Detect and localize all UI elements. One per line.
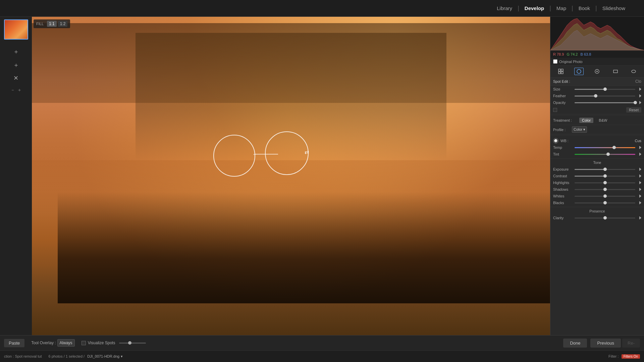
r-value: R 78.9: [553, 52, 564, 56]
size-label: Size: [553, 87, 573, 91]
size-slider[interactable]: [575, 89, 635, 90]
treatment-bw-btn[interactable]: B&W: [596, 118, 610, 123]
tone-section-header: Tone: [550, 159, 644, 166]
minus-icon[interactable]: －: [10, 87, 15, 93]
visualize-spots-slider[interactable]: [119, 343, 146, 344]
wb-value: Cus: [635, 139, 641, 143]
clarity-label: Clarity: [553, 216, 573, 220]
fill-label: FILL: [36, 22, 44, 26]
shadows-slider-row: Shadows: [550, 186, 644, 193]
profile-label: Profile :: [553, 128, 570, 132]
redo-button[interactable]: Re-: [622, 339, 640, 348]
visualize-spots-checkbox[interactable]: [82, 341, 86, 345]
opacity-arrow-icon: [637, 100, 641, 105]
tool-overlay-select[interactable]: Always: [57, 339, 75, 347]
original-photo-checkbox[interactable]: [553, 59, 557, 64]
whites-slider[interactable]: [575, 196, 635, 197]
tint-label: Tint: [553, 152, 573, 156]
opacity-slider-row: Opacity: [550, 99, 644, 106]
svg-marker-18: [639, 194, 641, 198]
rgb-values: R 78.9 G 74.2 B 63.8: [550, 51, 644, 58]
treatment-color-btn[interactable]: Color: [579, 118, 593, 123]
feather-label: Feather: [553, 94, 573, 98]
spot-edit-close[interactable]: Clo: [635, 79, 641, 84]
blacks-label: Blacks: [553, 201, 573, 205]
profile-select[interactable]: Color ▾: [572, 126, 587, 133]
svg-marker-15: [639, 174, 641, 178]
tool-icons-row: [550, 66, 644, 77]
status-filename: DJI_0071-HDR.dng: [87, 354, 119, 358]
nav-slideshow[interactable]: Slideshow: [597, 0, 631, 17]
status-file-arrow: ▾: [121, 354, 123, 359]
filter-badge[interactable]: Filters On: [622, 354, 640, 359]
filter-label: Filter :: [608, 354, 619, 358]
done-button[interactable]: Done: [563, 339, 587, 348]
panel-toggle-checkbox[interactable]: [553, 108, 557, 112]
paste-button[interactable]: Paste: [4, 339, 24, 347]
highlights-slider-row: Highlights: [550, 179, 644, 186]
nav-library[interactable]: Library: [491, 0, 518, 17]
spot-source-circle[interactable]: [213, 135, 255, 177]
size-arrow-icon: [637, 87, 641, 92]
histogram: [550, 17, 644, 50]
contrast-slider[interactable]: [575, 176, 635, 177]
remove-icon[interactable]: ✕: [11, 74, 21, 82]
whites-label: Whites: [553, 194, 573, 198]
filmstrip-thumb-1[interactable]: [4, 19, 28, 40]
status-photos: 6 photos / 1 selected /: [49, 354, 85, 358]
zoom-1-1-button[interactable]: 1:1: [47, 21, 57, 27]
exposure-slider-row: Exposure: [550, 166, 644, 173]
exposure-slider[interactable]: [575, 169, 635, 170]
temp-slider[interactable]: [575, 147, 635, 148]
feather-slider[interactable]: [575, 96, 635, 97]
blacks-slider-row: Blacks: [550, 199, 644, 206]
reset-button[interactable]: Reset: [626, 107, 641, 113]
rect-tool-icon[interactable]: [611, 68, 620, 75]
temp-label: Temp: [553, 145, 573, 149]
visualize-spots-label: Visualize Spots: [88, 341, 115, 345]
tint-slider[interactable]: [575, 154, 635, 155]
svg-marker-13: [639, 153, 641, 156]
photo-background: ← ⇄: [32, 17, 550, 335]
wb-row: WB : Cus: [550, 136, 644, 144]
plus-icon[interactable]: ＋: [17, 87, 22, 93]
svg-marker-16: [639, 181, 641, 184]
wb-label: WB :: [560, 139, 633, 143]
canvas-area[interactable]: ← ⇄: [32, 17, 550, 335]
shadows-slider[interactable]: [575, 189, 635, 190]
zoom-1-2-button[interactable]: 1:2: [58, 21, 68, 27]
oval-tool-icon[interactable]: [629, 68, 638, 75]
opacity-slider[interactable]: [575, 102, 635, 103]
highlights-slider[interactable]: [575, 182, 635, 183]
status-file[interactable]: DJI_0071-HDR.dng ▾: [87, 354, 123, 359]
add-icon-mid[interactable]: ＋: [11, 61, 21, 69]
circle-tool-icon[interactable]: [574, 68, 584, 75]
spot-dest-circle[interactable]: [265, 131, 309, 175]
size-slider-row: Size: [550, 86, 644, 93]
nav-book[interactable]: Book: [573, 0, 595, 17]
whites-arrow-icon: [637, 194, 641, 198]
previous-button[interactable]: Previous: [590, 339, 621, 348]
spot-arrow: ←: [255, 154, 278, 155]
clarity-slider[interactable]: [575, 218, 635, 219]
wb-eyedropper-icon[interactable]: [553, 138, 558, 143]
trees-overlay: [58, 192, 550, 304]
svg-marker-10: [639, 94, 641, 98]
g-value: G 74.2: [567, 52, 578, 56]
original-photo-row[interactable]: Original Photo: [550, 58, 644, 66]
target-tool-icon[interactable]: [592, 68, 602, 75]
svg-point-6: [596, 71, 598, 72]
add-icon-top[interactable]: ＋: [11, 48, 21, 56]
nav-map[interactable]: Map: [551, 0, 572, 17]
reset-row: Reset: [550, 106, 644, 114]
temp-slider-row: Temp: [550, 144, 644, 151]
nav-develop[interactable]: Develop: [519, 0, 549, 17]
blacks-slider[interactable]: [575, 202, 635, 203]
svg-marker-12: [639, 146, 641, 149]
visualize-spots-row: Visualize Spots: [82, 341, 146, 345]
right-panel: R 78.9 G 74.2 B 63.8 Original Photo Spot…: [550, 17, 644, 335]
grid-tool-icon[interactable]: [556, 68, 566, 75]
contrast-slider-row: Contrast: [550, 173, 644, 179]
exposure-arrow-icon: [637, 167, 641, 172]
histogram-svg: [550, 17, 644, 50]
